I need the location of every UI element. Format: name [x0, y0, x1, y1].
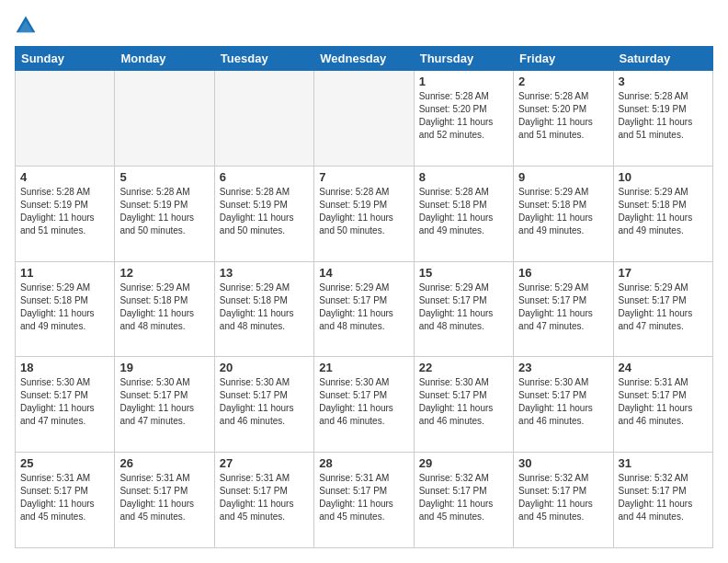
- day-number: 17: [619, 266, 708, 280]
- calendar-cell: 10Sunrise: 5:29 AMSunset: 5:18 PMDayligh…: [613, 166, 712, 261]
- calendar-cell: 5Sunrise: 5:28 AMSunset: 5:19 PMDaylight…: [115, 166, 214, 261]
- calendar-cell: 8Sunrise: 5:28 AMSunset: 5:18 PMDaylight…: [414, 166, 513, 261]
- day-number: 23: [518, 361, 608, 374]
- logo-icon: [15, 15, 37, 37]
- day-number: 3: [619, 75, 708, 88]
- calendar-cell: 7Sunrise: 5:28 AMSunset: 5:19 PMDaylight…: [314, 166, 414, 261]
- cell-info: Sunrise: 5:29 AMSunset: 5:18 PMDaylight:…: [20, 282, 109, 333]
- calendar-cell: [115, 71, 214, 167]
- day-number: 14: [319, 266, 408, 280]
- day-number: 19: [119, 361, 209, 374]
- cell-info: Sunrise: 5:28 AMSunset: 5:19 PMDaylight:…: [119, 186, 209, 237]
- day-number: 2: [518, 75, 608, 88]
- day-number: 16: [518, 266, 608, 280]
- weekday-header-wednesday: Wednesday: [314, 47, 414, 71]
- calendar-cell: 26Sunrise: 5:31 AMSunset: 5:17 PMDayligh…: [115, 453, 214, 548]
- day-number: 24: [619, 361, 708, 374]
- day-number: 27: [220, 456, 309, 470]
- calendar-cell: 23Sunrise: 5:30 AMSunset: 5:17 PMDayligh…: [514, 357, 613, 453]
- calendar-cell: 18Sunrise: 5:30 AMSunset: 5:17 PMDayligh…: [16, 357, 115, 453]
- day-number: 29: [419, 456, 508, 470]
- calendar-cell: 2Sunrise: 5:28 AMSunset: 5:20 PMDaylight…: [514, 71, 613, 167]
- cell-info: Sunrise: 5:31 AMSunset: 5:17 PMDaylight:…: [119, 472, 209, 523]
- weekday-header-monday: Monday: [115, 47, 214, 71]
- day-number: 12: [119, 266, 209, 280]
- cell-info: Sunrise: 5:28 AMSunset: 5:18 PMDaylight:…: [419, 186, 508, 237]
- day-number: 11: [20, 266, 109, 280]
- cell-info: Sunrise: 5:29 AMSunset: 5:18 PMDaylight:…: [619, 186, 708, 237]
- cell-info: Sunrise: 5:31 AMSunset: 5:17 PMDaylight:…: [20, 472, 109, 523]
- weekday-header-tuesday: Tuesday: [214, 47, 313, 71]
- weekday-header-thursday: Thursday: [414, 47, 513, 71]
- cell-info: Sunrise: 5:30 AMSunset: 5:17 PMDaylight:…: [518, 376, 608, 428]
- calendar-cell: 29Sunrise: 5:32 AMSunset: 5:17 PMDayligh…: [414, 453, 513, 548]
- day-number: 9: [518, 170, 608, 184]
- calendar-cell: 28Sunrise: 5:31 AMSunset: 5:17 PMDayligh…: [314, 453, 414, 548]
- cell-info: Sunrise: 5:28 AMSunset: 5:19 PMDaylight:…: [20, 186, 109, 237]
- week-row-2: 4Sunrise: 5:28 AMSunset: 5:19 PMDaylight…: [16, 166, 713, 261]
- cell-info: Sunrise: 5:30 AMSunset: 5:17 PMDaylight:…: [419, 376, 508, 428]
- calendar-cell: 25Sunrise: 5:31 AMSunset: 5:17 PMDayligh…: [16, 453, 115, 548]
- cell-info: Sunrise: 5:30 AMSunset: 5:17 PMDaylight:…: [319, 376, 408, 428]
- calendar-cell: [16, 71, 115, 167]
- weekday-header-sunday: Sunday: [16, 47, 115, 71]
- header: [15, 15, 713, 37]
- calendar-cell: 30Sunrise: 5:32 AMSunset: 5:17 PMDayligh…: [514, 453, 613, 548]
- week-row-3: 11Sunrise: 5:29 AMSunset: 5:18 PMDayligh…: [16, 261, 713, 357]
- cell-info: Sunrise: 5:29 AMSunset: 5:18 PMDaylight:…: [220, 282, 309, 333]
- cell-info: Sunrise: 5:28 AMSunset: 5:20 PMDaylight:…: [419, 90, 508, 142]
- day-number: 31: [619, 456, 708, 470]
- calendar-cell: 21Sunrise: 5:30 AMSunset: 5:17 PMDayligh…: [314, 357, 414, 453]
- calendar-cell: 17Sunrise: 5:29 AMSunset: 5:17 PMDayligh…: [613, 261, 712, 357]
- cell-info: Sunrise: 5:32 AMSunset: 5:17 PMDaylight:…: [518, 472, 608, 523]
- calendar-cell: [314, 71, 414, 167]
- calendar-cell: 4Sunrise: 5:28 AMSunset: 5:19 PMDaylight…: [16, 166, 115, 261]
- cell-info: Sunrise: 5:32 AMSunset: 5:17 PMDaylight:…: [419, 472, 508, 523]
- day-number: 21: [319, 361, 408, 374]
- cell-info: Sunrise: 5:31 AMSunset: 5:17 PMDaylight:…: [619, 376, 708, 428]
- day-number: 5: [119, 170, 209, 184]
- weekday-header-row: SundayMondayTuesdayWednesdayThursdayFrid…: [16, 47, 713, 71]
- calendar-table: SundayMondayTuesdayWednesdayThursdayFrid…: [15, 46, 713, 548]
- calendar-cell: 19Sunrise: 5:30 AMSunset: 5:17 PMDayligh…: [115, 357, 214, 453]
- day-number: 15: [419, 266, 508, 280]
- calendar-cell: 15Sunrise: 5:29 AMSunset: 5:17 PMDayligh…: [414, 261, 513, 357]
- calendar-cell: 12Sunrise: 5:29 AMSunset: 5:18 PMDayligh…: [115, 261, 214, 357]
- calendar-cell: 6Sunrise: 5:28 AMSunset: 5:19 PMDaylight…: [214, 166, 313, 261]
- page: SundayMondayTuesdayWednesdayThursdayFrid…: [0, 0, 728, 563]
- day-number: 10: [619, 170, 708, 184]
- day-number: 22: [419, 361, 508, 374]
- day-number: 7: [319, 170, 408, 184]
- calendar-cell: 20Sunrise: 5:30 AMSunset: 5:17 PMDayligh…: [214, 357, 313, 453]
- calendar-cell: [214, 71, 313, 167]
- cell-info: Sunrise: 5:28 AMSunset: 5:19 PMDaylight:…: [220, 186, 309, 237]
- calendar-cell: 31Sunrise: 5:32 AMSunset: 5:17 PMDayligh…: [613, 453, 712, 548]
- day-number: 26: [119, 456, 209, 470]
- calendar-cell: 13Sunrise: 5:29 AMSunset: 5:18 PMDayligh…: [214, 261, 313, 357]
- cell-info: Sunrise: 5:29 AMSunset: 5:17 PMDaylight:…: [319, 282, 408, 333]
- cell-info: Sunrise: 5:28 AMSunset: 5:19 PMDaylight:…: [319, 186, 408, 237]
- day-number: 28: [319, 456, 408, 470]
- week-row-1: 1Sunrise: 5:28 AMSunset: 5:20 PMDaylight…: [16, 71, 713, 167]
- cell-info: Sunrise: 5:30 AMSunset: 5:17 PMDaylight:…: [20, 376, 109, 428]
- day-number: 25: [20, 456, 109, 470]
- cell-info: Sunrise: 5:29 AMSunset: 5:18 PMDaylight:…: [518, 186, 608, 237]
- day-number: 20: [220, 361, 309, 374]
- calendar-cell: 24Sunrise: 5:31 AMSunset: 5:17 PMDayligh…: [613, 357, 712, 453]
- cell-info: Sunrise: 5:29 AMSunset: 5:18 PMDaylight:…: [119, 282, 209, 333]
- cell-info: Sunrise: 5:28 AMSunset: 5:20 PMDaylight:…: [518, 90, 608, 142]
- cell-info: Sunrise: 5:30 AMSunset: 5:17 PMDaylight:…: [119, 376, 209, 428]
- cell-info: Sunrise: 5:29 AMSunset: 5:17 PMDaylight:…: [419, 282, 508, 333]
- cell-info: Sunrise: 5:31 AMSunset: 5:17 PMDaylight:…: [319, 472, 408, 523]
- day-number: 4: [20, 170, 109, 184]
- day-number: 8: [419, 170, 508, 184]
- calendar-cell: 27Sunrise: 5:31 AMSunset: 5:17 PMDayligh…: [214, 453, 313, 548]
- cell-info: Sunrise: 5:32 AMSunset: 5:17 PMDaylight:…: [619, 472, 708, 523]
- calendar-cell: 9Sunrise: 5:29 AMSunset: 5:18 PMDaylight…: [514, 166, 613, 261]
- calendar-cell: 11Sunrise: 5:29 AMSunset: 5:18 PMDayligh…: [16, 261, 115, 357]
- cell-info: Sunrise: 5:28 AMSunset: 5:19 PMDaylight:…: [619, 90, 708, 142]
- weekday-header-saturday: Saturday: [613, 47, 712, 71]
- cell-info: Sunrise: 5:29 AMSunset: 5:17 PMDaylight:…: [619, 282, 708, 333]
- week-row-4: 18Sunrise: 5:30 AMSunset: 5:17 PMDayligh…: [16, 357, 713, 453]
- cell-info: Sunrise: 5:29 AMSunset: 5:17 PMDaylight:…: [518, 282, 608, 333]
